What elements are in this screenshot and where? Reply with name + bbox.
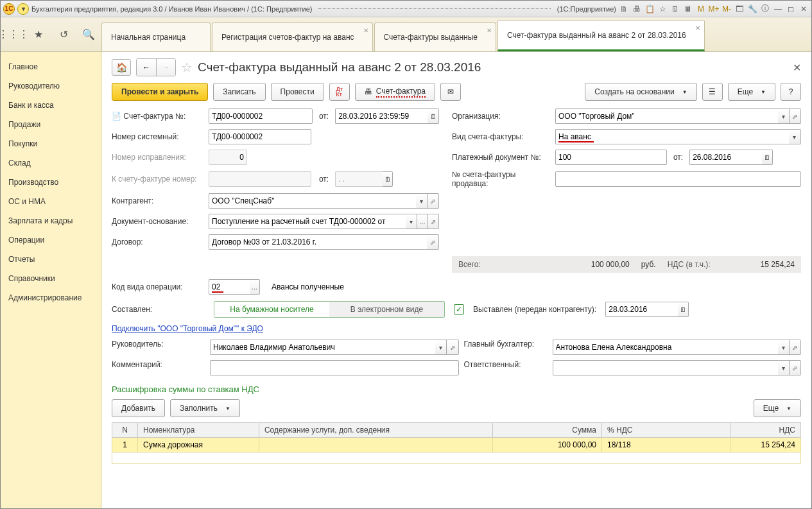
list-button[interactable]: ☰: [702, 83, 723, 101]
invoice-date-input[interactable]: [335, 108, 428, 124]
col-vat[interactable]: НДС: [730, 423, 801, 438]
tab-issued[interactable]: Счета-фактуры выданные✕: [374, 22, 496, 51]
open-icon[interactable]: ⬀: [428, 193, 439, 209]
dropdown-icon[interactable]: ▾: [789, 129, 801, 144]
open-icon[interactable]: ⬀: [790, 340, 801, 355]
manager-input[interactable]: [210, 340, 435, 355]
electronic-option[interactable]: В электронном виде: [329, 302, 444, 317]
favorite-icon[interactable]: ☆: [657, 4, 668, 14]
search-icon[interactable]: 🔍: [82, 28, 96, 42]
counterparty-input[interactable]: [209, 193, 416, 209]
tab-home[interactable]: Начальная страница: [101, 22, 211, 51]
star-icon[interactable]: ★: [31, 28, 46, 42]
col-item[interactable]: Номенклатура: [138, 423, 259, 438]
dropdown-icon[interactable]: ▾: [778, 108, 790, 124]
dropdown-icon[interactable]: ▾: [778, 360, 790, 375]
dropdown-icon[interactable]: ▾: [778, 340, 790, 355]
toolbar-icon[interactable]: M: [696, 4, 706, 14]
sidebar-item-stock[interactable]: Склад: [1, 153, 101, 173]
toolbar-icon[interactable]: 🗔: [734, 4, 745, 14]
sidebar-item-hr[interactable]: Зарплата и кадры: [1, 211, 101, 230]
accountant-input[interactable]: [553, 340, 778, 355]
write-button[interactable]: Записать: [213, 83, 265, 101]
calendar-icon[interactable]: 🗓: [428, 108, 439, 124]
sidebar-item-sales[interactable]: Продажи: [1, 115, 101, 134]
apps-icon[interactable]: ⋮⋮⋮: [6, 28, 21, 42]
dt-kt-button[interactable]: ДтКт: [329, 83, 350, 101]
col-sum[interactable]: Сумма: [493, 423, 602, 438]
calendar-icon[interactable]: 🗓: [678, 302, 689, 317]
tab-current[interactable]: Счет-фактура выданный на аванс 2 от 28.0…: [497, 20, 705, 51]
sidebar-item-bank[interactable]: Банк и касса: [1, 96, 101, 115]
seller-invoice-input[interactable]: [555, 171, 801, 187]
sidebar-item-purchases[interactable]: Покупки: [1, 134, 101, 153]
sys-no-input[interactable]: [209, 129, 311, 144]
toolbar-icon[interactable]: 🗎: [619, 4, 629, 14]
close-icon[interactable]: ✕: [695, 24, 700, 31]
table-row[interactable]: 1 Сумка дорожная 100 000,00 18/118 15 25…: [112, 438, 801, 453]
close-icon[interactable]: ✕: [363, 27, 368, 34]
email-button[interactable]: ✉: [440, 83, 461, 101]
op-code-input[interactable]: [209, 279, 250, 295]
sidebar-item-reports[interactable]: Отчеты: [1, 250, 101, 269]
forward-button[interactable]: →: [156, 59, 175, 76]
issued-date-input[interactable]: [605, 302, 678, 317]
home-button[interactable]: 🏠: [112, 59, 131, 76]
dropdown-icon[interactable]: ▾: [406, 214, 417, 229]
grid-more-button[interactable]: Еще: [754, 399, 801, 417]
sidebar-item-assets[interactable]: ОС и НМА: [1, 192, 101, 211]
sidebar-item-production[interactable]: Производство: [1, 173, 101, 192]
issued-checkbox[interactable]: ✓: [454, 304, 464, 315]
invoice-no-input[interactable]: [209, 108, 313, 124]
toolbar-icon[interactable]: 📋: [644, 4, 655, 14]
open-icon[interactable]: ⬀: [427, 234, 439, 250]
paper-option[interactable]: На бумажном носителе: [214, 302, 329, 317]
open-icon[interactable]: ⬀: [790, 360, 801, 375]
close-icon[interactable]: ✕: [799, 4, 809, 14]
compose-toggle[interactable]: На бумажном носителе В электронном виде: [214, 301, 445, 318]
pay-doc-date-input[interactable]: [689, 150, 762, 165]
post-button[interactable]: Провести: [271, 83, 324, 101]
responsible-input[interactable]: [553, 360, 778, 375]
favorite-toggle[interactable]: ☆: [181, 60, 193, 75]
minimize-icon[interactable]: —: [773, 4, 783, 14]
toolbar-icon[interactable]: M-: [721, 4, 732, 14]
sidebar-item-catalogs[interactable]: Справочники: [1, 269, 101, 288]
maximize-icon[interactable]: ◻: [786, 4, 796, 14]
pay-doc-input[interactable]: [555, 150, 667, 165]
corr-no-input[interactable]: [209, 150, 247, 165]
help-button[interactable]: ?: [781, 83, 801, 101]
sidebar-item-operations[interactable]: Операции: [1, 230, 101, 250]
close-icon[interactable]: ✕: [487, 27, 492, 34]
back-button[interactable]: ←: [137, 59, 156, 76]
calendar-icon[interactable]: 🗓: [383, 171, 393, 187]
org-input[interactable]: [555, 108, 778, 124]
create-based-button[interactable]: Создать на основании: [585, 83, 696, 101]
toolbar-icon[interactable]: M+: [709, 4, 719, 14]
comment-input[interactable]: [210, 360, 459, 375]
post-and-close-button[interactable]: Провести и закрыть: [112, 83, 208, 101]
col-vat-rate[interactable]: % НДС: [602, 423, 730, 438]
edo-link[interactable]: Подключить "ООО "Торговый Дом"" к ЭДО: [112, 324, 263, 333]
open-icon[interactable]: ⬀: [428, 214, 439, 229]
col-desc[interactable]: Содержание услуги, доп. сведения: [259, 423, 492, 438]
add-row-button[interactable]: Добавить: [112, 399, 165, 417]
open-icon[interactable]: ⬀: [447, 340, 458, 355]
dropdown-icon[interactable]: ▾: [17, 3, 29, 15]
calendar-icon[interactable]: 🗓: [762, 150, 773, 165]
close-page-button[interactable]: ✕: [793, 62, 801, 74]
toolbar-icon[interactable]: 🖶: [632, 4, 642, 14]
open-icon[interactable]: ⬀: [790, 108, 801, 124]
settings-icon[interactable]: 🔧: [747, 4, 757, 14]
sidebar-item-main[interactable]: Главное: [1, 57, 101, 76]
sidebar-item-manager[interactable]: Руководителю: [1, 76, 101, 96]
calc-icon[interactable]: 🖩: [683, 4, 693, 14]
history-icon[interactable]: ↺: [56, 28, 71, 42]
select-icon[interactable]: …: [250, 279, 260, 295]
tab-advance-reg[interactable]: Регистрация счетов-фактур на аванс✕: [212, 22, 373, 51]
invoice-type-input[interactable]: [555, 129, 789, 144]
dropdown-icon[interactable]: ▾: [416, 193, 428, 209]
print-invoice-button[interactable]: 🖶 Счет-фактура: [355, 83, 435, 101]
contract-input[interactable]: [209, 234, 427, 250]
select-icon[interactable]: …: [417, 214, 428, 229]
